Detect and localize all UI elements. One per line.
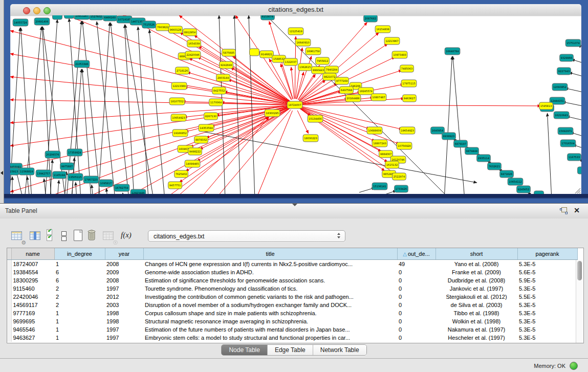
table-row[interactable]: 2242004622012Investigating the contribut… <box>7 293 577 301</box>
cell-title[interactable]: Embryonic stem cells: a model to study s… <box>143 334 397 342</box>
graph-node[interactable]: 7515526 <box>142 21 156 28</box>
cell-year[interactable]: 1997 <box>105 325 143 334</box>
graph-node[interactable]: 10973493 <box>392 51 407 58</box>
graph-node[interactable]: 9227343 <box>557 68 571 75</box>
cell-short[interactable]: Wolkin et al. (1998) <box>435 317 517 325</box>
create-table-button[interactable] <box>72 229 86 243</box>
table-row[interactable]: 1456911722003Disruption of a novel membe… <box>7 301 577 309</box>
graph-node[interactable]: 16961758 <box>306 48 321 55</box>
graph-node[interactable]: 16648784 <box>445 48 460 55</box>
graph-node[interactable]: 9315913 <box>10 168 19 175</box>
column-header-name[interactable]: name <box>11 248 54 260</box>
cell-pagerank[interactable]: 5.6E-5 <box>517 268 577 276</box>
graph-node[interactable]: 15692971 <box>558 127 573 135</box>
graph-node[interactable] <box>578 167 582 174</box>
graph-node[interactable]: 9990443 <box>312 67 325 74</box>
cell-name[interactable]: 9465546 <box>11 325 54 334</box>
graph-node[interactable]: 6879197 <box>454 140 468 147</box>
select-all-button[interactable] <box>45 229 59 243</box>
cell-pagerank[interactable]: 5.3E-5 <box>517 325 577 334</box>
cell-in_degree[interactable]: 1 <box>54 334 105 342</box>
table-row[interactable]: 911546021997Tourette syndrome. Phenomeno… <box>7 285 577 293</box>
graph-node[interactable]: 8912954 <box>183 29 197 36</box>
cell-out_degree[interactable]: 0 <box>397 334 435 342</box>
graph-node[interactable]: 16640910 <box>295 39 311 46</box>
network-canvas[interactable]: 1405572420691406106532871527602646616010… <box>10 15 581 194</box>
show-column-button[interactable] <box>29 229 43 243</box>
graph-node[interactable]: 1615132 <box>385 161 399 168</box>
cell-title[interactable]: Investigating the contribution of common… <box>143 293 397 301</box>
graph-node[interactable]: 8267130 <box>204 113 218 120</box>
cell-out_degree[interactable]: 49 <box>397 260 435 269</box>
table-row[interactable]: 946362711997Embryonic stem cells: a mode… <box>7 334 577 342</box>
cell-year[interactable]: 1998 <box>105 317 143 325</box>
column-header-year[interactable]: year <box>105 248 143 260</box>
cell-short[interactable]: Franke et al. (2009) <box>435 268 517 276</box>
table-row[interactable]: 977716911998Corpus callosum shape and si… <box>7 309 577 317</box>
graph-node[interactable]: 2803144 <box>216 74 230 81</box>
cell-short[interactable]: Hescheler et al. (1997) <box>435 334 517 342</box>
graph-node[interactable]: 15136141 <box>372 183 387 190</box>
column-header-short[interactable]: short <box>435 248 517 260</box>
graph-node[interactable]: 7485063 <box>400 65 414 72</box>
graph-node[interactable]: 1145194 <box>53 171 67 179</box>
cell-year[interactable]: 2003 <box>105 301 143 309</box>
graph-node[interactable]: 5875685 <box>222 49 236 56</box>
graph-node[interactable]: 10688609 <box>367 127 382 134</box>
divider-handle[interactable] <box>292 204 297 206</box>
graph-node[interactable]: 20164486 <box>345 95 361 102</box>
table-row[interactable]: 946554611997Estimation of the future num… <box>7 325 577 334</box>
graph-node[interactable]: 8878332 <box>194 136 208 143</box>
graph-node[interactable]: 7663822 <box>156 24 170 31</box>
graph-node[interactable]: 11568819 <box>19 168 34 175</box>
graph-node[interactable]: 9463627 <box>403 95 417 102</box>
table-row[interactable]: 1872400712008Changes of HCN gene express… <box>7 260 577 269</box>
cell-title[interactable]: Estimation of significance thresholds fo… <box>143 276 397 285</box>
cell-pagerank[interactable]: 5.3E-5 <box>517 317 577 325</box>
cell-in_degree[interactable]: 1 <box>54 309 105 317</box>
graph-node[interactable]: 1595813 <box>539 102 553 110</box>
graph-node[interactable]: 17975115 <box>401 80 417 87</box>
cell-pagerank[interactable]: 5.3E-5 <box>517 301 577 309</box>
cell-year[interactable]: 2012 <box>105 293 143 301</box>
table-row[interactable]: 1830029562008Estimation of significance … <box>7 276 577 285</box>
cell-out_degree[interactable]: 0 <box>397 301 435 309</box>
graph-node[interactable]: 10756928 <box>397 142 412 149</box>
graph-node[interactable]: 1167533 <box>568 154 581 161</box>
cell-year[interactable]: 2009 <box>105 268 143 276</box>
graph-node[interactable]: 16782759 <box>114 184 129 191</box>
cell-in_degree[interactable]: 6 <box>54 268 105 276</box>
graph-hub-node[interactable]: 18724007 <box>287 101 302 108</box>
graph-node[interactable]: 9242848 <box>220 61 233 69</box>
cell-short[interactable]: Nakamura et al. (1997) <box>435 325 517 334</box>
network-window-titlebar[interactable]: citations_edges.txt <box>10 4 581 16</box>
cell-year[interactable]: 1997 <box>105 334 143 342</box>
graph-node[interactable]: 1170064 <box>209 99 223 106</box>
graph-node[interactable]: 15751074 <box>565 39 581 47</box>
graph-node[interactable]: 10654923 <box>171 114 186 121</box>
vertical-scrollbar[interactable] <box>576 260 583 343</box>
tab-network-table[interactable]: Network Table <box>313 345 366 355</box>
cell-out_degree[interactable]: 0 <box>397 293 435 301</box>
table-row[interactable]: 1938455462009Genome-wide association stu… <box>7 268 577 276</box>
cell-name[interactable]: 19384554 <box>11 268 54 276</box>
graph-node[interactable]: 22420046 <box>185 51 201 58</box>
show-rows-button[interactable] <box>58 229 73 243</box>
graph-node[interactable]: 7632621 <box>488 163 502 170</box>
cell-title[interactable]: Corpus callosum shape and size in male p… <box>143 309 397 317</box>
cell-in_degree[interactable]: 1 <box>54 317 105 325</box>
float-panel-icon[interactable] <box>560 207 568 214</box>
cell-out_degree[interactable]: 0 <box>397 325 435 334</box>
graph-node[interactable]: 9975887 <box>60 163 74 170</box>
cell-short[interactable]: Dudbridge et al. (2008) <box>435 276 517 285</box>
cell-title[interactable]: Tourette syndrome. Phenomenology and cla… <box>143 285 397 293</box>
graph-node[interactable]: 18107552 <box>169 98 185 105</box>
close-panel-icon[interactable]: ✕ <box>574 206 580 214</box>
graph-node[interactable]: 6497568 <box>340 86 354 94</box>
function-builder-button[interactable]: f(x) <box>120 229 137 243</box>
cell-title[interactable]: Estimation of the future numbers of pati… <box>143 325 397 334</box>
graph-node[interactable]: 9777169 <box>335 77 349 84</box>
graph-node[interactable]: 16210643 <box>554 112 569 119</box>
canvas-resize-grip[interactable] <box>575 188 580 193</box>
graph-node[interactable]: 17016504 <box>560 140 576 147</box>
